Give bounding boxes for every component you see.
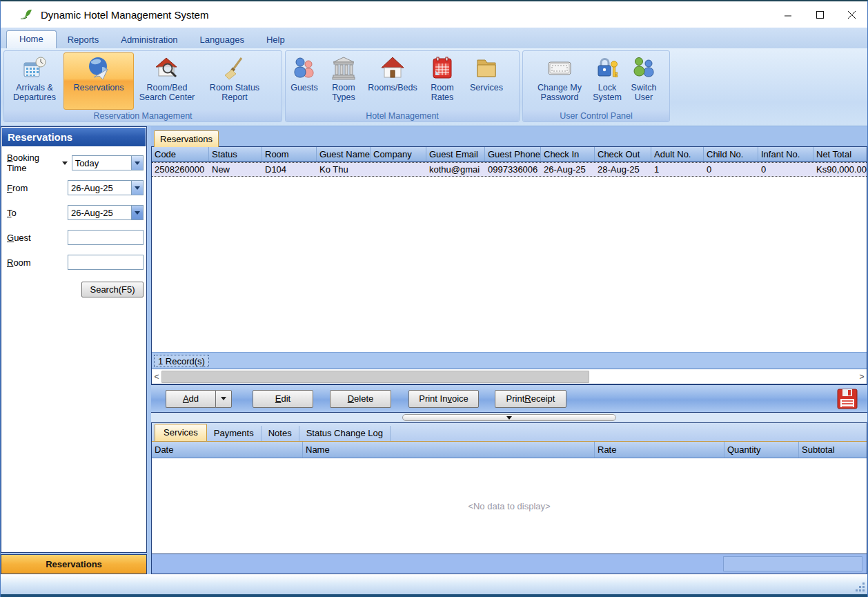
tab-services[interactable]: Services: [155, 424, 207, 441]
from-date-value: 26-Aug-25: [68, 183, 131, 193]
tab-help[interactable]: Help: [255, 32, 296, 48]
cell-code: 2508260000: [152, 163, 209, 176]
room-status-report-button[interactable]: Room Status Report: [200, 52, 269, 110]
change-password-button[interactable]: Change My Password: [529, 52, 591, 110]
from-date-dropdown-button[interactable]: [131, 181, 143, 195]
save-export-button[interactable]: [836, 388, 858, 410]
column-header[interactable]: Quantity: [724, 442, 799, 458]
main-panel: Reservations Code Status Room Guest Name…: [151, 126, 867, 574]
tab-languages[interactable]: Languages: [189, 32, 255, 48]
delete-button[interactable]: Delete: [330, 390, 391, 408]
resize-grip[interactable]: [854, 581, 865, 591]
action-button-bar: Add Edit Delete Print Invoice Print Rece…: [151, 384, 867, 413]
collapse-splitter-handle[interactable]: [402, 414, 616, 421]
scrollbar-thumb[interactable]: [161, 371, 589, 383]
house-icon: [380, 56, 405, 81]
group-caption: Hotel Management: [286, 110, 519, 121]
group-caption: User Control Panel: [523, 110, 669, 121]
table-row[interactable]: 2508260000 New D104 Ko Thu kothu@gmai 09…: [152, 162, 867, 177]
detail-empty-area: <No data to display>: [152, 458, 867, 554]
tab-status-change-log[interactable]: Status Change Log: [299, 426, 391, 441]
scroll-right-icon[interactable]: >: [857, 370, 867, 384]
column-header[interactable]: Date: [152, 442, 303, 458]
detail-panel: Services Payments Notes Status Change Lo…: [151, 422, 867, 574]
print-invoice-button[interactable]: Print Invoice: [408, 390, 479, 408]
ribbon-button-label: Change My Password: [529, 83, 590, 102]
cell-check-in: 26-Aug-25: [541, 163, 595, 176]
column-header[interactable]: Guest Name: [317, 147, 371, 162]
minimize-button[interactable]: [772, 4, 804, 25]
chevron-down-icon: [506, 416, 512, 420]
tab-home[interactable]: Home: [6, 30, 57, 48]
cell-status: New: [209, 163, 262, 176]
room-types-button[interactable]: Room Types: [322, 52, 366, 110]
switch-user-button[interactable]: Switch User: [624, 52, 664, 110]
column-header[interactable]: Infant No.: [758, 147, 813, 162]
group-caption: Reservation Management: [4, 110, 282, 121]
search-button[interactable]: Search(F5): [81, 282, 144, 297]
arrivals-departures-button[interactable]: Arrivals & Departures: [6, 52, 63, 110]
guest-input[interactable]: [68, 230, 144, 245]
booking-time-menu-arrow[interactable]: [62, 162, 68, 165]
grid-header-row: Code Status Room Guest Name Company Gues…: [152, 147, 867, 162]
to-date-dropdown-button[interactable]: [131, 206, 143, 219]
panel-splitter-zone: [151, 413, 867, 422]
services-button[interactable]: Services: [465, 52, 508, 110]
search-sidebar: Reservations Booking Time Today From 26-…: [1, 126, 147, 574]
calendar-clock-icon: [22, 56, 47, 81]
tab-administration[interactable]: Administration: [110, 32, 188, 48]
guests-button[interactable]: Guests: [287, 52, 322, 110]
room-bed-search-button[interactable]: Room/Bed Search Center: [134, 52, 200, 110]
column-header[interactable]: Guest Phone: [485, 147, 541, 162]
column-header[interactable]: Subtotal: [799, 442, 867, 458]
broom-icon: [222, 56, 247, 81]
column-header[interactable]: Check In: [541, 147, 595, 162]
reservations-button[interactable]: Reservations: [63, 52, 134, 110]
maximize-icon: [816, 10, 825, 19]
column-header[interactable]: Rate: [595, 442, 724, 458]
ribbon-button-label: Reservations: [74, 83, 124, 92]
room-rates-button[interactable]: Room Rates: [420, 52, 465, 110]
group-hotel-management: Guests Room Types: [285, 50, 520, 122]
column-header[interactable]: Child No.: [704, 147, 758, 162]
add-dropdown-button[interactable]: [215, 390, 232, 408]
edit-button[interactable]: Edit: [253, 390, 313, 408]
column-header[interactable]: Status: [209, 147, 262, 162]
reservations-grid-tab[interactable]: Reservations: [154, 130, 219, 147]
tab-reports[interactable]: Reports: [57, 32, 110, 48]
switch-user-icon: [631, 56, 656, 81]
cell-company: [371, 163, 426, 176]
status-bar: [1, 574, 867, 594]
close-button[interactable]: [836, 4, 867, 25]
rooms-beds-button[interactable]: Rooms/Beds: [366, 52, 420, 110]
tab-payments[interactable]: Payments: [207, 426, 262, 441]
column-header[interactable]: Guest Email: [426, 147, 485, 162]
column-header[interactable]: Check Out: [595, 147, 651, 162]
column-header[interactable]: Adult No.: [651, 147, 704, 162]
group-reservation-management: Arrivals & Departures Reservations: [3, 50, 282, 122]
record-count: 1 Record(s): [154, 355, 209, 367]
close-icon: [847, 10, 856, 19]
globe-icon: [86, 56, 112, 81]
to-date-combo[interactable]: 26-Aug-25: [68, 205, 144, 220]
guests-icon: [292, 56, 317, 81]
room-input[interactable]: [68, 255, 144, 270]
column-header[interactable]: Room: [262, 147, 317, 162]
horizontal-scrollbar[interactable]: < >: [152, 369, 867, 384]
nav-reservations-button[interactable]: Reservations: [1, 554, 147, 574]
tab-notes[interactable]: Notes: [262, 426, 299, 441]
lock-system-button[interactable]: Lock System: [591, 52, 624, 110]
booking-time-dropdown-button[interactable]: [131, 156, 143, 170]
chevron-down-icon: [135, 186, 140, 190]
from-date-combo[interactable]: 26-Aug-25: [68, 180, 144, 195]
column-header[interactable]: Net Total: [813, 147, 867, 162]
scroll-left-icon[interactable]: <: [152, 370, 161, 384]
column-header[interactable]: Code: [152, 147, 209, 162]
add-button[interactable]: Add: [166, 390, 215, 408]
booking-time-combo[interactable]: Today: [72, 155, 144, 170]
column-header[interactable]: Name: [303, 442, 595, 458]
column-header[interactable]: Company: [371, 147, 426, 162]
ribbon-button-label: Rooms/Beds: [368, 83, 417, 92]
print-receipt-button[interactable]: Print Receipt: [495, 390, 566, 408]
maximize-button[interactable]: [804, 4, 836, 25]
